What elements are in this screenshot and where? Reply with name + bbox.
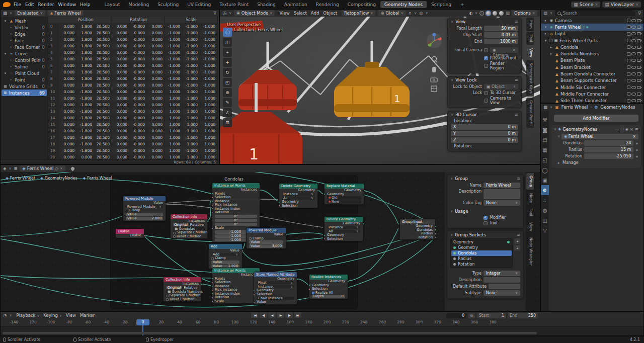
socket-in-selection[interactable]: Selection xyxy=(279,204,317,208)
hide-eye-icon[interactable] xyxy=(631,99,636,102)
outliner-item-side-three-connecter[interactable]: ▲Side Three Connecter xyxy=(541,98,643,103)
usage-modifier-checkbox[interactable] xyxy=(484,216,488,220)
outliner-filter-icon[interactable]: ∇ xyxy=(638,11,641,16)
checkbox-reset-children[interactable]: Reset Children xyxy=(171,235,207,239)
passepartout-checkbox[interactable] xyxy=(484,56,488,60)
timeline-menu-keying[interactable]: Keying ∨ xyxy=(41,313,63,318)
socket-out-enable[interactable]: Enable xyxy=(116,234,144,238)
tool-select-box-icon[interactable]: ◫ xyxy=(223,38,232,47)
column-group-rotation[interactable]: Rotation xyxy=(112,17,165,23)
exclude-checkbox[interactable] xyxy=(627,32,630,36)
hide-eye-icon[interactable] xyxy=(631,39,636,42)
manage-expand-icon[interactable]: ▸ xyxy=(556,161,561,165)
socket-in-geometry[interactable]: Geometry xyxy=(325,193,364,197)
node-enable[interactable]: EnableEnable xyxy=(115,228,144,238)
properties-tab-world[interactable]: ◯ xyxy=(541,165,549,175)
clip-end-field[interactable]: 1000 m xyxy=(484,39,518,44)
table-row[interactable]: 40.0001.80020.5000.000-0.0000.000-1.000-… xyxy=(48,49,219,56)
viewlayer-selector[interactable]: ▤ViewLayer× xyxy=(602,2,641,8)
hide-eye-icon[interactable] xyxy=(631,79,636,82)
lock-to-object-field[interactable]: ▣ Object∨ xyxy=(484,84,518,90)
mode-toggle[interactable]: OriginalRelative xyxy=(166,286,199,290)
value-slider[interactable]: Value xyxy=(211,261,239,264)
material-field-old[interactable]: Old xyxy=(327,196,361,200)
spreadsheet-domain-spline[interactable]: •Spline0 xyxy=(2,63,47,70)
value-field[interactable]: 0° xyxy=(215,219,257,222)
current-frame-field[interactable]: 0 xyxy=(446,313,466,318)
table-row[interactable]: 100.000-1.80020.5000.000-0.0000.0001.000… xyxy=(48,89,219,95)
spreadsheet-editor-icon[interactable]: ▦ xyxy=(3,11,7,16)
disable-render-icon[interactable] xyxy=(637,66,641,69)
exclude-checkbox[interactable] xyxy=(627,99,630,103)
socket-menu-button[interactable]: ∨ xyxy=(514,245,520,250)
field-value[interactable]: 15 m xyxy=(584,147,633,152)
manage-section-label[interactable]: Manage xyxy=(562,160,579,165)
hide-eye-icon[interactable] xyxy=(631,59,636,62)
socket-item-rotation[interactable]: Rotation xyxy=(451,262,512,267)
workspace-tab-geometry-nodes[interactable]: Geometry Nodes xyxy=(380,1,427,8)
table-row[interactable]: 150.000-1.80020.5000.000-0.0000.0001.000… xyxy=(48,121,219,128)
dropdown-float[interactable]: Float∨ xyxy=(257,281,294,285)
attribute-toggle-icon[interactable]: ◆ xyxy=(635,148,638,151)
outliner-item-beam-bracket[interactable]: ▲Beam Bracket xyxy=(541,64,643,70)
socket-type-dropdown[interactable]: Integer xyxy=(484,271,520,276)
play-button[interactable]: ▶ xyxy=(277,312,284,318)
hide-eye-icon[interactable] xyxy=(631,19,636,22)
value-slider[interactable]: Value xyxy=(126,213,163,216)
workspace-tab-rendering[interactable]: Rendering xyxy=(312,1,343,8)
shading-material-icon[interactable] xyxy=(493,11,497,16)
workspace-tab-shading[interactable]: Shading xyxy=(253,1,280,8)
disable-render-icon[interactable] xyxy=(637,79,641,82)
overlays-icon[interactable]: ▥ xyxy=(506,11,510,16)
unlink-icon[interactable]: × xyxy=(60,166,63,170)
properties-tab-particles[interactable]: ∴ xyxy=(541,195,549,205)
attribute-toggle-icon[interactable]: ◆ xyxy=(635,141,638,145)
value-slider[interactable]: Depth0 xyxy=(312,295,345,298)
field-value[interactable]: 24 xyxy=(584,140,633,146)
focal-length-field[interactable]: 50 mm xyxy=(484,26,518,31)
outliner-item-beam-gondola-connector[interactable]: ▲Beam Gondola Connector xyxy=(541,70,643,77)
viewport-menu-view[interactable]: View xyxy=(277,11,291,16)
pin-icon[interactable] xyxy=(70,166,75,171)
outliner-item-beam-supports-connecter[interactable]: ▲Beam Supports Connecter xyxy=(541,77,643,84)
node-instance-on-points-2[interactable]: Instance on PointsInstancesPointsSelecti… xyxy=(212,268,260,304)
node-tree-selector[interactable]: ◈Ferris Wheel◇× xyxy=(20,165,65,172)
disable-render-icon[interactable] xyxy=(637,59,641,62)
workspace-tab-animation[interactable]: Animation xyxy=(280,1,311,8)
breadcrumb-ferris-wheel[interactable]: ◈ Ferris Wheel xyxy=(83,176,112,181)
options-menu[interactable]: Options∨ xyxy=(512,10,537,16)
column-group-position[interactable]: Position xyxy=(59,17,112,23)
disable-render-icon[interactable] xyxy=(637,52,641,55)
scene-lights-icon[interactable]: ◐ xyxy=(469,11,473,16)
group-sockets-header[interactable]: ∨Group Sockets≡ xyxy=(447,231,523,238)
exclude-checkbox[interactable] xyxy=(627,25,630,29)
outliner-item-middle-six-connecter[interactable]: ▲Middle Six Connecter xyxy=(541,84,643,91)
retopoflow-menu[interactable]: RetopoFlow∨ xyxy=(342,10,375,16)
hide-eye-icon[interactable] xyxy=(631,86,636,89)
socket-in-selection[interactable]: Selection xyxy=(325,237,363,241)
node-group-expand-icon[interactable]: ∨ xyxy=(557,134,560,138)
disable-render-icon[interactable] xyxy=(637,32,641,35)
table-row[interactable]: 180.000-1.80020.5000.000-0.0000.0001.000… xyxy=(48,141,219,147)
tool-add-primitive-icon[interactable]: ⊞ xyxy=(223,118,232,127)
timeline-ruler[interactable]: -140-120-100-80-60-40-200204060801001201… xyxy=(1,319,644,326)
modifier-name[interactable]: GeometryNodes xyxy=(562,127,597,132)
tool-tweak-icon[interactable]: ▢ xyxy=(223,28,232,37)
dropdown-instance[interactable]: Instance∨ xyxy=(327,226,360,229)
outliner-item-camera[interactable]: ▸◉Camera xyxy=(541,17,643,24)
group-panel-header[interactable]: ∨Group≡ xyxy=(447,175,523,182)
fake-user-icon[interactable]: ◇ xyxy=(55,166,58,171)
node-replace-material[interactable]: Replace MaterialGeometryGeometryOldNew xyxy=(324,183,364,205)
auto-keying-icon[interactable]: ◎ xyxy=(468,313,475,318)
socket-item-radius[interactable]: Radius xyxy=(451,256,512,262)
properties-tab-object-data[interactable]: ▽ xyxy=(541,225,549,235)
checkbox-reset-children[interactable]: Reset Children xyxy=(164,298,201,302)
viewport-sidebar-tab-tool[interactable]: Tool xyxy=(526,32,534,45)
jump-to-start-button[interactable]: |◀ xyxy=(251,312,259,318)
tool-measure-icon[interactable]: ∠ xyxy=(223,108,232,117)
node-group-field[interactable]: ◈ Ferris Wheel× xyxy=(561,134,638,139)
viewport-sidebar-tab-view[interactable]: View xyxy=(526,46,534,60)
view-panel-header[interactable]: ∨View≡ xyxy=(448,18,521,25)
tool-transform-icon[interactable]: ⊕ xyxy=(223,88,232,97)
spreadsheet-domain-volume-grids[interactable]: ▦Volume Grids0 xyxy=(2,83,47,90)
